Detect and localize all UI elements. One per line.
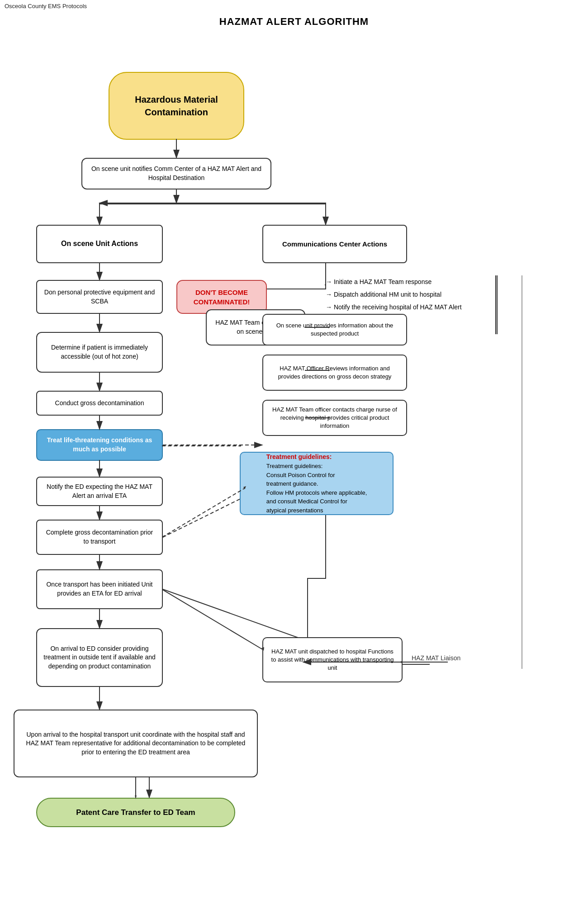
page-title: HAZMAT ALERT ALGORITHM xyxy=(0,12,588,36)
svg-marker-59 xyxy=(328,369,330,371)
svg-marker-63 xyxy=(240,445,242,447)
arrow-conduct-to-treat xyxy=(99,415,100,431)
determine-patient-box: Determine if patient is immediately acce… xyxy=(36,332,163,373)
patent-care-box: Patent Care Transfer to ED Team xyxy=(36,798,235,827)
bullet-dispatch: → Dispatch additional HM unit to hospita… xyxy=(326,288,484,301)
on-scene-info-box: On scene unit provides information about… xyxy=(262,314,407,346)
arrow-top-to-notify xyxy=(175,139,177,159)
page-label: Osceola County EMS Protocols xyxy=(0,0,588,12)
hazmat-charge-nurse-box: HAZ MAT Team officer contacts charge nur… xyxy=(262,400,407,436)
svg-marker-31 xyxy=(325,222,327,226)
arrow-notify-to-complete xyxy=(99,505,100,521)
on-scene-header-box: On scene Unit Actions xyxy=(36,225,163,263)
arrow-once-to-hazmat xyxy=(162,589,266,653)
arrow-hc-to-info xyxy=(305,321,332,334)
arrow-header-to-ppe xyxy=(99,262,100,281)
don-ppe-box: Don personal protective equipment and SC… xyxy=(36,280,163,314)
hazmat-contamination-node: Hazardous Material Contamination xyxy=(109,72,244,140)
treatment-guidelines-box: Treatment guidelines: Treatment guidelin… xyxy=(240,452,394,515)
arrow-determine-to-conduct xyxy=(99,372,100,392)
hazmat-officer-box: HAZ MAT Officer Reviews information and … xyxy=(262,355,407,391)
hazmat-dispatched-box: HAZ MAT unit dispatched to hospital Func… xyxy=(262,637,403,682)
arrow-complete-to-once xyxy=(99,554,100,571)
liaison-arrow-svg xyxy=(398,659,448,666)
svg-marker-33 xyxy=(99,278,100,281)
upon-arrival-box: Upon arrival to the hospital transport u… xyxy=(14,710,258,777)
notify-comm-box: On scene unit notifies Comm Center of a … xyxy=(81,158,271,189)
svg-marker-45 xyxy=(99,567,100,571)
svg-marker-43 xyxy=(99,517,100,521)
bullet-initiate: → Initiate a HAZ MAT Team response xyxy=(326,275,484,288)
right-vert-border xyxy=(497,275,498,334)
arrow-upon-to-patent xyxy=(135,776,137,799)
split-line xyxy=(72,203,353,226)
arrow-comm-down xyxy=(325,262,327,311)
dont-contaminated-box: DON'T BECOME CONTAMINATED! xyxy=(176,280,267,314)
arrow-arrival-to-upon xyxy=(99,686,100,711)
svg-marker-57 xyxy=(328,327,330,328)
svg-marker-39 xyxy=(99,427,100,431)
svg-marker-24 xyxy=(175,155,177,159)
svg-marker-37 xyxy=(99,388,100,392)
svg-line-66 xyxy=(162,589,263,650)
notify-ed-box: Notify the ED expecting the HAZ MAT Aler… xyxy=(36,477,163,506)
on-arrival-ed-box: On arrival to ED consider providing trea… xyxy=(36,628,163,687)
svg-line-64 xyxy=(162,488,245,537)
treat-life-box: Treat life-threatening conditions as muc… xyxy=(36,429,163,461)
svg-marker-51 xyxy=(135,795,137,799)
arrow-notify-to-split xyxy=(175,189,177,204)
vert-border-top xyxy=(497,275,498,276)
svg-marker-61 xyxy=(328,417,330,419)
comm-center-header-box: Communications Center Actions xyxy=(262,225,407,263)
right-border-line xyxy=(495,275,496,334)
arrow-hc-to-officer xyxy=(305,364,332,377)
right-side-vertical xyxy=(522,275,522,669)
arrow-ppe-to-determine xyxy=(99,313,100,333)
arrow-hc-to-nurse xyxy=(305,411,332,425)
svg-marker-49 xyxy=(99,707,100,711)
svg-marker-29 xyxy=(99,222,100,226)
svg-marker-47 xyxy=(99,626,100,629)
complete-decon-box: Complete gross decontamination prior to … xyxy=(36,520,163,555)
arrow-once-to-arrival xyxy=(99,608,100,629)
conduct-decon-box: Conduct gross decontamination xyxy=(36,391,163,416)
comm-bullets: → Initiate a HAZ MAT Team response → Dis… xyxy=(326,275,484,313)
arrow-treat-dashed xyxy=(162,443,243,450)
svg-marker-69 xyxy=(399,661,402,663)
once-transport-box: Once transport has been initiated Unit p… xyxy=(36,569,163,609)
flowchart: Hazardous Material Contamination On scen… xyxy=(0,36,588,904)
arrow-treat-to-notify xyxy=(99,460,100,478)
svg-marker-35 xyxy=(99,330,100,333)
arrow-decon-dashed xyxy=(162,483,248,542)
bullet-notify: → Notify the receiving hospital of HAZ M… xyxy=(326,301,484,313)
svg-marker-41 xyxy=(99,474,100,478)
